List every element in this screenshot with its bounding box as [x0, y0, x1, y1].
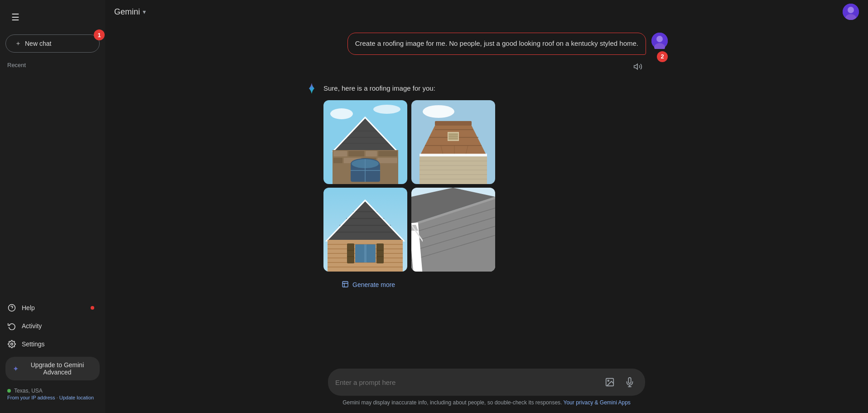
svg-rect-23: [333, 158, 342, 163]
new-chat-label: New chat: [25, 40, 51, 47]
gemini-response-header: Sure, here is a roofing image for you:: [305, 82, 668, 95]
activity-label: Activity: [22, 322, 42, 330]
disclaimer-text: Gemini may display inaccurate info, incl…: [342, 399, 562, 406]
settings-icon: [7, 340, 16, 349]
prompt-input[interactable]: [335, 379, 598, 386]
user-message-avatar: [651, 33, 668, 49]
svg-point-12: [373, 105, 400, 114]
user-message-bubble: Create a roofing image for me. No people…: [347, 33, 646, 55]
user-message-row: Create a roofing image for me. No people…: [305, 33, 668, 55]
chevron-down-icon: ▾: [143, 8, 146, 15]
gemini-star-icon: [305, 82, 318, 95]
help-icon: [7, 303, 16, 312]
input-area: Gemini may display inaccurate info, incl…: [105, 361, 868, 413]
sidebar-header: ☰: [0, 4, 105, 31]
svg-point-11: [330, 108, 353, 119]
sidebar-item-help[interactable]: Help: [0, 299, 101, 317]
svg-point-2: [11, 343, 13, 345]
generate-more-button[interactable]: Generate more: [342, 279, 395, 291]
svg-rect-88: [342, 282, 348, 287]
sidebar-item-settings[interactable]: Settings: [0, 335, 101, 353]
svg-rect-70: [366, 244, 376, 262]
activity-icon: [7, 321, 16, 330]
svg-marker-9: [634, 64, 638, 69]
roof-image-4[interactable]: [411, 188, 495, 272]
privacy-link[interactable]: Your privacy & Gemini Apps: [564, 399, 631, 406]
menu-icon[interactable]: ☰: [7, 9, 24, 25]
svg-rect-21: [366, 151, 377, 156]
sidebar-bottom: Help Activity Settings ✦ Upg: [0, 295, 105, 409]
image-upload-button[interactable]: [602, 374, 618, 390]
svg-rect-69: [355, 244, 364, 262]
svg-rect-41: [435, 121, 472, 126]
roof-image-2[interactable]: [411, 100, 495, 184]
generate-more-icon: [342, 281, 349, 289]
settings-label: Settings: [22, 340, 45, 348]
gemini-response: Sure, here is a roofing image for you:: [305, 82, 668, 291]
svg-rect-26: [377, 158, 397, 163]
upgrade-button[interactable]: ✦ Upgrade to Gemini Advanced: [5, 357, 100, 380]
svg-rect-42: [420, 154, 487, 156]
plus-icon: ＋: [15, 39, 21, 48]
roof-image-3[interactable]: [323, 188, 407, 272]
generate-more-area: Generate more: [323, 279, 668, 291]
location-links: From your IP address · Update location: [7, 395, 98, 400]
svg-point-90: [608, 380, 609, 381]
new-chat-button[interactable]: ＋ New chat 1: [5, 34, 100, 53]
svg-point-4: [848, 7, 854, 13]
svg-rect-22: [378, 151, 397, 156]
help-label: Help: [22, 304, 35, 311]
user-avatar[interactable]: [843, 4, 859, 20]
upgrade-label: Upgrade to Gemini Advanced: [22, 361, 92, 376]
location-text: Texas, USA: [7, 388, 98, 394]
main-content: Gemini ▾ Create a roofing image for me. …: [105, 0, 868, 413]
chat-area: Create a roofing image for me. No people…: [105, 24, 868, 361]
from-ip-link[interactable]: From your IP address: [7, 395, 55, 400]
gemini-title-text: Gemini: [114, 7, 140, 17]
svg-rect-71: [347, 243, 354, 263]
svg-point-7: [656, 36, 663, 42]
recent-label: Recent: [0, 58, 105, 72]
location-area: Texas, USA From your IP address · Update…: [0, 384, 105, 406]
image-grid: [323, 100, 496, 272]
svg-rect-72: [376, 243, 384, 263]
chat-inner: Create a roofing image for me. No people…: [305, 33, 668, 300]
generate-more-label: Generate more: [352, 281, 395, 288]
user-message-text: Create a roofing image for me. No people…: [355, 39, 638, 47]
svg-rect-20: [348, 151, 364, 156]
microphone-button[interactable]: [622, 374, 638, 390]
disclaimer: Gemini may display inaccurate info, incl…: [342, 399, 631, 409]
badge-2: 2: [657, 51, 668, 62]
badge-1: 1: [94, 29, 105, 40]
gemini-response-text: Sure, here is a roofing image for you:: [323, 84, 435, 92]
sidebar: ☰ ＋ New chat 1 Recent Help: [0, 0, 105, 413]
upgrade-star-icon: ✦: [13, 364, 19, 373]
gemini-title-button[interactable]: Gemini ▾: [114, 7, 146, 17]
svg-point-33: [423, 105, 454, 118]
location-dot-icon: [7, 389, 11, 393]
update-location-link[interactable]: Update location: [59, 395, 94, 400]
speaker-button[interactable]: [630, 58, 646, 75]
svg-rect-19: [333, 151, 347, 156]
help-notification-dot: [91, 306, 94, 310]
topbar: Gemini ▾: [105, 0, 868, 24]
roof-image-1[interactable]: [323, 100, 407, 184]
input-box: [328, 369, 645, 396]
sidebar-item-activity[interactable]: Activity: [0, 317, 101, 335]
